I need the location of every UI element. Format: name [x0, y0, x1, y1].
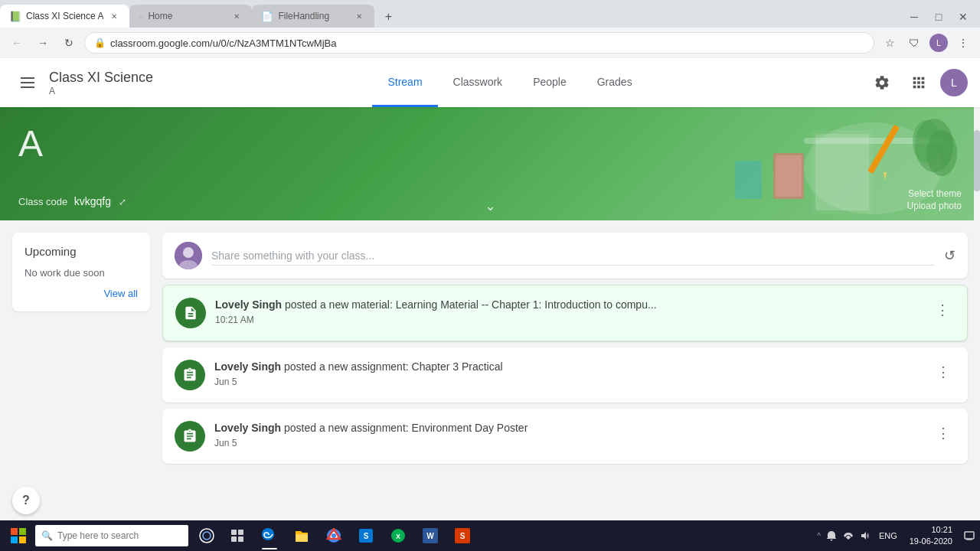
tray-icon-volume[interactable]	[858, 528, 873, 543]
nav-stream[interactable]: Stream	[372, 58, 437, 107]
tray-expand-icon[interactable]: ^	[815, 532, 822, 540]
taskbar: 🔍 S X W S ^	[0, 520, 980, 551]
tab-title-2: Home	[148, 11, 226, 21]
taskbar-clock[interactable]: 10:21 19-06-2020	[903, 524, 959, 548]
svg-point-30	[332, 533, 336, 538]
nav-people[interactable]: People	[518, 58, 582, 107]
taskbar-search[interactable]: 🔍	[35, 525, 188, 546]
reload-button[interactable]: ↻	[58, 32, 80, 54]
lang-label: ENG	[876, 531, 900, 540]
tab-home[interactable]: ○ Home ✕	[129, 5, 252, 28]
post-time-3: Jun 5	[214, 438, 922, 448]
taskbar-cortana[interactable]	[193, 520, 220, 551]
share-box: Share something with your class... ↺	[162, 233, 968, 279]
bookmark-star-icon[interactable]: ☆	[879, 32, 900, 54]
post-card-2[interactable]: Lovely Singh posted a new assignment: Ch…	[162, 347, 968, 403]
tray-icon-1[interactable]	[824, 528, 839, 543]
taskbar-explorer[interactable]	[286, 520, 317, 551]
class-info: Class XI Science A	[49, 70, 153, 96]
taskbar-app8[interactable]: W	[415, 520, 446, 551]
more-options-icon[interactable]: ⋮	[952, 32, 974, 54]
notification-area: ^	[815, 528, 873, 543]
svg-point-22	[200, 529, 214, 543]
svg-rect-10	[776, 155, 802, 197]
maximize-button[interactable]: □	[928, 6, 949, 28]
post-icon-1	[175, 298, 206, 328]
post-card-3[interactable]: Lovely Singh posted a new assignment: En…	[162, 409, 968, 464]
back-button[interactable]: ←	[6, 32, 28, 54]
header-actions: L	[867, 67, 968, 98]
expand-icon[interactable]: ⤢	[119, 197, 126, 207]
taskbar-task-view[interactable]	[222, 520, 253, 551]
tab-close-2[interactable]: ✕	[230, 10, 243, 22]
extension-icon[interactable]: 🛡	[903, 32, 925, 54]
class-code-section: Class code kvkgqfg ⤢	[18, 194, 126, 208]
profile-icon[interactable]: L	[928, 32, 949, 54]
svg-rect-19	[19, 528, 26, 535]
svg-point-16	[183, 247, 194, 258]
tab-close-3[interactable]: ✕	[353, 10, 365, 22]
apps-icon[interactable]	[903, 67, 934, 98]
post-icon-2	[175, 360, 205, 390]
taskbar-edge[interactable]	[254, 520, 285, 551]
app-header: Class XI Science A Stream Classwork Peop…	[0, 58, 980, 107]
taskbar-chrome[interactable]	[318, 520, 349, 551]
post-content-2: Lovely Singh posted a new assignment: Ch…	[214, 360, 922, 387]
taskbar-apps: S X W S	[193, 520, 478, 551]
svg-rect-26	[231, 536, 237, 542]
tab-icon-1: 📗	[9, 11, 21, 22]
banner-letter: A	[18, 122, 43, 165]
select-theme-button[interactable]: Select theme	[908, 188, 962, 199]
post-menu-1[interactable]: ⋮	[930, 298, 955, 322]
nav-grades[interactable]: Grades	[582, 58, 648, 107]
class-section: A	[49, 86, 153, 96]
class-name: Class XI Science	[49, 70, 153, 86]
share-avatar	[175, 242, 202, 269]
upload-photo-button[interactable]: Upload photo	[907, 201, 962, 211]
user-avatar[interactable]: L	[940, 69, 968, 96]
toolbar-icons: ☆ 🛡 L ⋮	[879, 32, 974, 54]
repost-icon[interactable]: ↺	[944, 247, 956, 264]
content-area: Upcoming No work due soon View all Share…	[0, 220, 980, 476]
new-tab-button[interactable]: +	[377, 6, 399, 28]
start-button[interactable]	[3, 520, 34, 551]
scrollbar-track	[974, 107, 980, 514]
tab-class-xi[interactable]: 📗 Class XI Science A ✕	[0, 5, 129, 28]
tab-close-1[interactable]: ✕	[108, 10, 120, 22]
svg-text:S: S	[460, 532, 466, 540]
post-content-3: Lovely Singh posted a new assignment: En…	[214, 421, 922, 448]
chevron-down-icon[interactable]: ⌄	[485, 197, 496, 214]
svg-text:S: S	[364, 532, 369, 540]
svg-point-14	[913, 120, 940, 163]
post-card-1[interactable]: Lovely Singh posted a new material: Lear…	[162, 285, 968, 341]
scrollbar-thumb[interactable]	[974, 130, 980, 191]
scrollable-area[interactable]: A Class code kvkgqfg ⤢	[0, 107, 980, 551]
tab-filehandling[interactable]: 📄 FileHandling ✕	[252, 5, 374, 28]
address-bar[interactable]: 🔒 classroom.google.com/u/0/c/NzA3MTM1NTc…	[84, 32, 874, 54]
close-button[interactable]: ✕	[952, 6, 974, 28]
menu-button[interactable]	[12, 67, 43, 98]
settings-icon[interactable]	[867, 67, 897, 98]
share-input[interactable]: Share something with your class...	[211, 246, 935, 266]
browser-chrome: 📗 Class XI Science A ✕ ○ Home ✕ 📄 FileHa…	[0, 0, 980, 58]
post-title-2: Lovely Singh posted a new assignment: Ch…	[214, 360, 922, 375]
minimize-button[interactable]: ─	[903, 6, 925, 28]
tray-icon-network[interactable]	[841, 528, 856, 543]
nav-classwork[interactable]: Classwork	[438, 58, 518, 107]
taskbar-app9[interactable]: S	[447, 520, 478, 551]
tab-icon-2: ○	[139, 12, 143, 21]
notification-icon[interactable]	[962, 528, 977, 543]
post-menu-3[interactable]: ⋮	[931, 421, 956, 445]
svg-rect-40	[965, 532, 974, 539]
help-button[interactable]: ?	[12, 487, 40, 514]
svg-text:W: W	[426, 532, 434, 540]
svg-rect-2	[21, 86, 34, 88]
view-all-button[interactable]: View all	[24, 288, 138, 299]
taskbar-app6[interactable]: S	[351, 520, 381, 551]
svg-rect-20	[11, 536, 18, 543]
forward-button[interactable]: →	[32, 32, 54, 54]
post-menu-2[interactable]: ⋮	[931, 360, 956, 384]
tab-icon-3: 📄	[261, 11, 273, 22]
search-input[interactable]	[57, 530, 157, 541]
taskbar-app7[interactable]: X	[383, 520, 413, 551]
